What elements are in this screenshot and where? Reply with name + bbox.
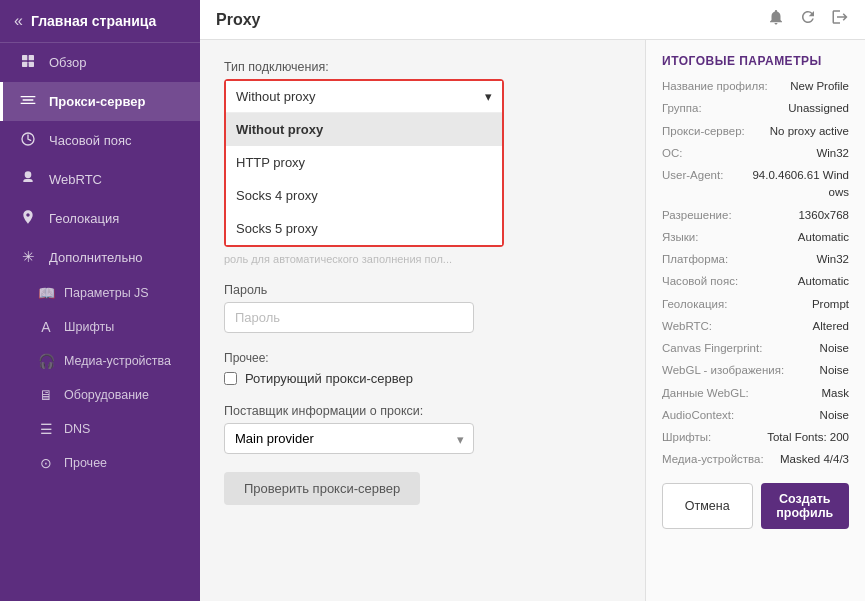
provider-group: Поставщик информации о прокси: Main prov… — [224, 404, 621, 454]
connection-type-dropdown[interactable]: Without proxy ▾ Without proxy HTTP proxy… — [224, 79, 504, 247]
topbar-icons — [767, 8, 849, 31]
sidebar-item-timezone[interactable]: Часовой пояс — [0, 121, 200, 160]
sidebar-item-webrtc-label: WebRTC — [49, 172, 102, 187]
js-params-icon: 📖 — [36, 285, 56, 301]
sidebar-item-geolocation[interactable]: Геолокация — [0, 199, 200, 238]
dns-icon: ☰ — [36, 421, 56, 437]
param-value: Altered — [813, 318, 849, 335]
topbar: Proxy — [200, 0, 865, 40]
dropdown-option-socks5[interactable]: Socks 5 proxy — [226, 212, 502, 245]
sidebar-item-hardware[interactable]: 🖥 Оборудование — [0, 378, 200, 412]
param-value: Mask — [822, 385, 849, 402]
sidebar-item-other[interactable]: ⊙ Прочее — [0, 446, 200, 480]
rotating-proxy-label[interactable]: Ротирующий прокси-сервер — [245, 371, 413, 386]
param-value: Win32 — [816, 251, 849, 268]
param-value: Win32 — [816, 145, 849, 162]
geolocation-icon — [17, 209, 39, 228]
param-key: Canvas Fingerprint: — [662, 340, 762, 357]
create-button[interactable]: Создать профиль — [761, 483, 850, 529]
sidebar-item-fonts[interactable]: A Шрифты — [0, 310, 200, 344]
connection-type-label: Тип подключения: — [224, 60, 621, 74]
exit-icon[interactable] — [831, 8, 849, 31]
svg-rect-1 — [29, 55, 34, 60]
password-input[interactable] — [224, 302, 474, 333]
param-row: Прокси-сервер:No proxy active — [662, 123, 849, 140]
summary-panel: ИТОГОВЫЕ ПАРАМЕТРЫ Название профиля:New … — [645, 40, 865, 601]
param-value: Automatic — [798, 229, 849, 246]
password-label: Пароль — [224, 283, 621, 297]
sidebar-item-webrtc[interactable]: WebRTC — [0, 160, 200, 199]
param-key: Название профиля: — [662, 78, 768, 95]
param-value: Prompt — [812, 296, 849, 313]
media-icon: 🎧 — [36, 353, 56, 369]
sidebar-item-advanced-label: Дополнительно — [49, 250, 143, 265]
dropdown-arrow-icon: ▾ — [485, 89, 492, 104]
param-key: Разрешение: — [662, 207, 752, 224]
page-title: Proxy — [216, 11, 260, 29]
param-row: Группа:Unassigned — [662, 100, 849, 117]
param-value: New Profile — [790, 78, 849, 95]
provider-label: Поставщик информации о прокси: — [224, 404, 621, 418]
dropdown-option-http[interactable]: HTTP proxy — [226, 146, 502, 179]
dropdown-option-socks4[interactable]: Socks 4 proxy — [226, 179, 502, 212]
form-panel: Тип подключения: Without proxy ▾ Without… — [200, 40, 645, 601]
sidebar-item-dns[interactable]: ☰ DNS — [0, 412, 200, 446]
dropdown-option-without-proxy[interactable]: Without proxy — [226, 113, 502, 146]
param-key: WebRTC: — [662, 318, 752, 335]
param-row: WebGL - изображения:Noise — [662, 362, 849, 379]
cancel-button[interactable]: Отмена — [662, 483, 753, 529]
rotating-proxy-checkbox[interactable] — [224, 372, 237, 385]
proxy-icon — [17, 92, 39, 111]
param-value: Noise — [820, 407, 849, 424]
param-row: Медиа-устройства:Masked 4/4/3 — [662, 451, 849, 468]
param-key: AudioContext: — [662, 407, 752, 424]
param-key: Прокси-сервер: — [662, 123, 752, 140]
sidebar-sub-item-fonts-label: Шрифты — [64, 320, 114, 334]
sidebar-item-proxy[interactable]: Прокси-сервер — [0, 82, 200, 121]
param-row: Языки:Automatic — [662, 229, 849, 246]
refresh-icon[interactable] — [799, 8, 817, 31]
sidebar-item-overview[interactable]: Обзор — [0, 43, 200, 82]
param-key: Часовой пояс: — [662, 273, 752, 290]
svg-rect-2 — [22, 62, 27, 67]
dropdown-selected[interactable]: Without proxy ▾ — [226, 81, 502, 113]
param-row: ОС:Win32 — [662, 145, 849, 162]
svg-rect-3 — [29, 62, 34, 67]
sidebar-item-js-params[interactable]: 📖 Параметры JS — [0, 276, 200, 310]
param-row: Шрифты:Total Fonts: 200 — [662, 429, 849, 446]
param-row: User-Agent:94.0.4606.61 Windows — [662, 167, 849, 202]
misc-label: Прочее: — [224, 351, 621, 365]
hardware-icon: 🖥 — [36, 387, 56, 403]
param-value: No proxy active — [770, 123, 849, 140]
param-key: Шрифты: — [662, 429, 752, 446]
param-row: Разрешение:1360x768 — [662, 207, 849, 224]
param-key: WebGL - изображения: — [662, 362, 784, 379]
action-buttons: Отмена Создать профиль — [662, 483, 849, 529]
sidebar-item-media[interactable]: 🎧 Медиа-устройства — [0, 344, 200, 378]
sidebar: « Главная страница Обзор Прокси-сервер Ч… — [0, 0, 200, 601]
check-proxy-button[interactable]: Проверить прокси-сервер — [224, 472, 420, 505]
sidebar-home[interactable]: « Главная страница — [0, 0, 200, 43]
param-row: Часовой пояс:Automatic — [662, 273, 849, 290]
content-area: Тип подключения: Without proxy ▾ Without… — [200, 40, 865, 601]
param-value: 94.0.4606.61 Windows — [752, 167, 849, 202]
param-value: Masked 4/4/3 — [780, 451, 849, 468]
sidebar-item-timezone-label: Часовой пояс — [49, 133, 131, 148]
param-value: Total Fonts: 200 — [767, 429, 849, 446]
param-row: Платформа:Win32 — [662, 251, 849, 268]
webrtc-icon — [17, 170, 39, 189]
sidebar-item-advanced[interactable]: ✳ Дополнительно — [0, 238, 200, 276]
provider-select[interactable]: Main provider — [224, 423, 474, 454]
dropdown-selected-label: Without proxy — [236, 89, 315, 104]
advanced-icon: ✳ — [17, 248, 39, 266]
param-row: Название профиля:New Profile — [662, 78, 849, 95]
params-list: Название профиля:New ProfileГруппа:Unass… — [662, 78, 849, 469]
bell-icon[interactable] — [767, 8, 785, 31]
sidebar-sub-item-dns-label: DNS — [64, 422, 90, 436]
svg-rect-0 — [22, 55, 27, 60]
sidebar-sub-item-hardware-label: Оборудование — [64, 388, 149, 402]
param-value: Unassigned — [788, 100, 849, 117]
other-icon: ⊙ — [36, 455, 56, 471]
summary-title: ИТОГОВЫЕ ПАРАМЕТРЫ — [662, 54, 849, 68]
timezone-icon — [17, 131, 39, 150]
